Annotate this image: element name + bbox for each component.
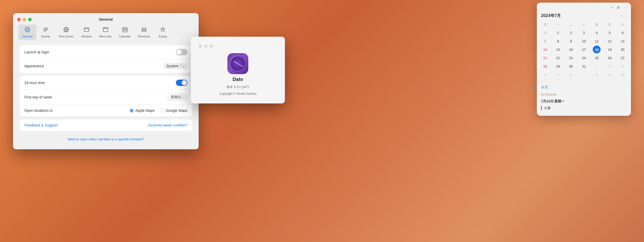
plus-icon[interactable]: + <box>611 5 613 9</box>
appearance-select[interactable]: System ⌃⌄ <box>164 63 187 69</box>
incorrect-week-link[interactable]: Incorrect week number? <box>148 123 187 127</box>
cal-day[interactable]: 8 <box>554 37 562 45</box>
cal-day[interactable]: 5 <box>554 71 562 79</box>
cal-day[interactable]: 1 <box>593 62 601 70</box>
cal-day[interactable]: 9 <box>606 71 614 79</box>
cal-day[interactable]: 22 <box>554 54 562 62</box>
tab-events[interactable]: Events <box>37 25 55 40</box>
cal-day[interactable]: 16 <box>567 46 575 53</box>
cal-next-btn[interactable]: › <box>625 14 627 18</box>
cal-day[interactable]: 31 <box>580 62 588 70</box>
tab-extras-label: Extras <box>159 35 167 38</box>
cal-day[interactable]: 1 <box>554 29 562 37</box>
cal-day[interactable]: 7 <box>541 37 549 45</box>
cal-day[interactable]: 30 <box>541 29 549 37</box>
cal-day[interactable]: 17 <box>580 46 588 53</box>
weekday-6: 六 <box>616 22 629 28</box>
cal-day[interactable]: 8 <box>593 71 601 79</box>
launch-at-login-label: Launch at login <box>24 50 49 54</box>
weekday-4: 四 <box>590 22 603 28</box>
tab-calendar-label: Calendar <box>119 35 131 38</box>
cal-day[interactable]: 23 <box>567 54 575 62</box>
cal-date-header: 7月22日 星期一 <box>537 98 631 105</box>
google-maps-label: Google Maps <box>166 108 187 113</box>
general-icon <box>25 27 30 34</box>
cal-prev-btn[interactable]: ‹ <box>621 14 622 18</box>
cal-day[interactable]: 4 <box>541 71 549 79</box>
cal-day[interactable]: 18 <box>593 46 601 53</box>
cal-day[interactable]: 25 <box>593 54 601 62</box>
cal-day[interactable]: 2 <box>567 29 575 37</box>
launch-at-login-toggle[interactable] <box>176 49 187 55</box>
cal-day[interactable]: 21 <box>541 54 549 62</box>
cal-day[interactable]: 29 <box>554 62 562 70</box>
tab-shortcuts[interactable]: Shortcuts <box>134 25 154 40</box>
cal-day[interactable]: 10 <box>619 71 626 79</box>
cal-day[interactable]: 6 <box>619 29 626 37</box>
app-version: 版本 5.3.1 (147) <box>227 85 249 89</box>
google-maps-option[interactable]: Google Maps <box>160 108 187 113</box>
event-name: 大暑 <box>544 106 551 111</box>
minimize-button[interactable] <box>23 18 26 21</box>
cal-day[interactable]: 26 <box>606 54 614 62</box>
open-locations-row: Open locations in Apple Maps Google Maps <box>20 105 192 116</box>
tab-general[interactable]: General <box>18 25 37 40</box>
cal-day[interactable]: 11 <box>593 37 601 45</box>
feedback-link[interactable]: Feedback & Support <box>24 123 58 127</box>
menubar-icon <box>103 27 108 34</box>
tab-window[interactable]: Window <box>77 25 96 40</box>
cal-day[interactable]: 14 <box>541 46 549 53</box>
about-close-btn[interactable] <box>199 45 202 48</box>
cal-day[interactable]: 5 <box>606 29 614 37</box>
about-maximize-btn[interactable] <box>210 45 213 48</box>
cal-day[interactable]: 13 <box>619 37 626 45</box>
close-button[interactable] <box>17 18 21 21</box>
clock-minute-hand <box>238 63 244 67</box>
first-day-dropdown[interactable]: 星期日... <box>168 94 187 101</box>
settings-window: General General <box>13 13 199 149</box>
toolbar: General Events Ti <box>13 21 199 40</box>
tab-calendar[interactable]: Calendar <box>115 25 134 40</box>
shortcuts-icon <box>141 27 147 34</box>
appearance-chevron-icon: ⌃⌄ <box>180 64 185 68</box>
tab-menubar[interactable]: Menu Bar <box>96 25 116 40</box>
cal-day[interactable]: 10 <box>580 37 588 45</box>
more-icon[interactable]: ··· <box>624 5 627 9</box>
weekday-2: 二 <box>565 22 577 28</box>
svg-rect-19 <box>103 28 108 32</box>
about-minimize-btn[interactable] <box>204 45 208 48</box>
svg-rect-26 <box>124 30 124 31</box>
window-icon <box>84 27 89 34</box>
cal-today-link[interactable]: 今天 <box>537 84 631 91</box>
cal-day[interactable]: 4 <box>593 29 601 37</box>
tab-extras[interactable]: Extras <box>154 25 172 40</box>
tab-shortcuts-label: Shortcuts <box>138 35 150 38</box>
cal-day[interactable]: 24 <box>580 54 588 62</box>
cal-day[interactable]: 7 <box>580 71 588 79</box>
tab-timezones[interactable]: Time Zones <box>55 25 77 40</box>
cal-day[interactable]: 3 <box>580 29 588 37</box>
hour-time-toggle[interactable] <box>176 80 187 86</box>
app-name: Dato <box>233 77 243 82</box>
pin-icon[interactable]: ⊞ <box>617 5 620 9</box>
cal-day[interactable]: 27 <box>619 54 626 62</box>
video-call-link[interactable]: Want to open video call links in a speci… <box>68 137 144 141</box>
cal-day[interactable]: 6 <box>567 71 575 79</box>
cal-day[interactable]: 9 <box>567 37 575 45</box>
toggle-knob-2 <box>182 80 187 85</box>
cal-day[interactable]: 12 <box>606 37 614 45</box>
cal-day[interactable]: 30 <box>567 62 575 70</box>
cal-day[interactable]: 15 <box>554 46 562 53</box>
cal-day[interactable]: 28 <box>541 62 549 70</box>
links-row: Feedback & Support Incorrect week number… <box>20 119 192 131</box>
app-copyright: Copyright © Sindre Sorhus <box>219 92 257 96</box>
cal-day[interactable]: 19 <box>606 46 614 53</box>
about-content: Dato 版本 5.3.1 (147) Copyright © Sindre S… <box>199 53 277 96</box>
cal-day[interactable]: 20 <box>619 46 626 53</box>
about-window: Dato 版本 5.3.1 (147) Copyright © Sindre S… <box>191 37 285 103</box>
maximize-button[interactable] <box>28 18 32 21</box>
cal-day[interactable]: 3 <box>619 62 626 70</box>
appearance-row: Appearance System ⌃⌄ <box>20 59 192 73</box>
cal-day[interactable]: 2 <box>606 62 614 70</box>
apple-maps-option[interactable]: Apple Maps <box>130 108 155 113</box>
